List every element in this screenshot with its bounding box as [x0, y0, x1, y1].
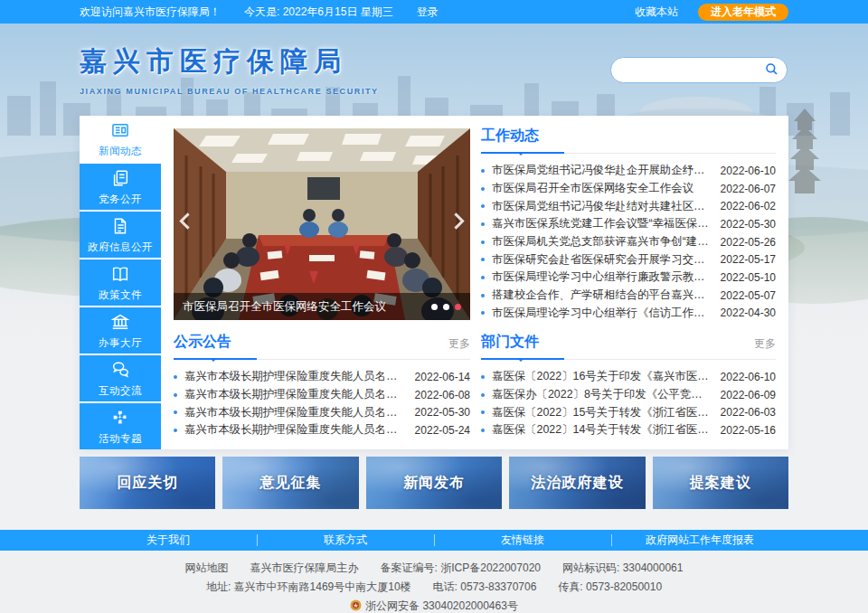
- site-title: 嘉兴市医疗保障局: [80, 43, 379, 80]
- news-item[interactable]: 嘉兴市本级长期护理保险重度失能人员名单公示（2...2022-06-14: [174, 368, 470, 386]
- search-input[interactable]: [624, 64, 764, 77]
- sitemap-link[interactable]: 网站地图: [185, 561, 229, 574]
- host-text: 嘉兴市医疗保障局主办: [250, 561, 359, 574]
- section-work-news: 工作动态 市医保局党组书记冯俊华赴企开展助企纾困活动2022-06-10 市医保…: [481, 127, 776, 322]
- carousel-dot-2[interactable]: [443, 304, 449, 310]
- news-link[interactable]: 嘉医保〔2022〕15号关于转发《浙江省医疗保...: [492, 405, 712, 420]
- news-item[interactable]: 市医保局党组书记冯俊华赴结对共建社区指导全国文...2022-06-02: [481, 197, 776, 215]
- carousel-dot-3[interactable]: [455, 304, 461, 310]
- footer-nav-about[interactable]: 关于我们: [80, 530, 257, 551]
- banner-proposals[interactable]: 提案建议: [653, 457, 788, 509]
- bullet-icon: [481, 393, 485, 397]
- site-code-text: 网站标识码: 3304000061: [562, 561, 683, 574]
- sidebar-item-interaction[interactable]: 互动交流: [80, 355, 161, 401]
- banner-label: 法治政府建设: [531, 474, 623, 493]
- section-header: 工作动态: [481, 127, 776, 154]
- news-item[interactable]: 市医保局召开全市医保网络安全工作会议2022-06-07: [481, 180, 776, 198]
- bullet-icon: [481, 294, 485, 297]
- news-link[interactable]: 搭建校企合作、产学研相结合的平台嘉兴市长期护理...: [492, 288, 712, 303]
- sidebar-item-label: 政府信息公开: [88, 240, 153, 254]
- news-item[interactable]: 嘉医保〔2022〕15号关于转发《浙江省医疗保...2022-06-03: [481, 403, 776, 421]
- news-date: 2022-05-30: [721, 218, 776, 231]
- news-link[interactable]: 嘉兴市本级长期护理保险重度失能人员名单公示（2...: [184, 369, 406, 384]
- sidebar-item-gov-info[interactable]: 政府信息公开: [80, 212, 161, 258]
- sidebar-item-policy-files[interactable]: 政策文件: [80, 259, 161, 306]
- footer-nav-links[interactable]: 友情链接: [434, 530, 611, 551]
- sidebar-item-label: 活动专题: [99, 432, 142, 446]
- section-notices: 公示公告 更多 嘉兴市本级长期护理保险重度失能人员名单公示（2...2022-0…: [174, 333, 470, 439]
- sidebar-item-party-affairs[interactable]: 党务公开: [80, 164, 161, 210]
- news-link[interactable]: 市医保局理论学习中心组举行《信访工作条例》专题...: [492, 306, 712, 321]
- news-link[interactable]: 市医保研究会赴省医保研究会开展学习交流活动: [492, 252, 712, 268]
- news-link[interactable]: 嘉兴市本级长期护理保险重度失能人员名单公示（2...: [184, 387, 406, 402]
- news-item[interactable]: 嘉兴市本级长期护理保险重度失能人员名单公示（2...2022-05-30: [174, 403, 470, 421]
- news-item[interactable]: 嘉医保〔2022〕14号关于转发《浙江省医疗保...2022-05-16: [481, 421, 776, 439]
- search-bar: [610, 57, 788, 83]
- news-item[interactable]: 市医保局党组书记冯俊华赴企开展助企纾困活动2022-06-10: [481, 162, 776, 180]
- news-carousel[interactable]: 市医保局召开全市医保网络安全工作会议: [174, 128, 470, 320]
- section-title: 工作动态: [481, 127, 539, 153]
- news-date: 2022-05-17: [721, 253, 776, 266]
- policy-file-icon: [110, 264, 130, 284]
- news-date: 2022-05-30: [415, 406, 470, 419]
- banner-opinion-collection[interactable]: 意见征集: [222, 457, 358, 509]
- bullet-icon: [481, 204, 485, 208]
- news-link[interactable]: 市医保局机关党总支部获评嘉兴市争创“建设清廉机...: [492, 234, 712, 250]
- carousel-caption[interactable]: 市医保局召开全市医保网络安全工作会议: [174, 293, 470, 320]
- bullet-icon: [174, 410, 177, 414]
- section-dept-files: 部门文件 更多 嘉医保〔2022〕16号关于印发《嘉兴市医疗保...2022-0…: [481, 333, 776, 439]
- news-item[interactable]: 市医保局机关党总支部获评嘉兴市争创“建设清廉机...2022-05-26: [481, 233, 776, 251]
- carousel-dot-1[interactable]: [431, 304, 438, 310]
- bullet-icon: [174, 393, 177, 397]
- party-affairs-icon: [110, 168, 130, 188]
- favorite-link[interactable]: 收藏本站: [635, 5, 678, 20]
- news-link[interactable]: 市医保局召开全市医保网络安全工作会议: [492, 181, 712, 196]
- news-item[interactable]: 市医保局理论学习中心组举行廉政警示教育专题学习...2022-05-10: [481, 269, 776, 287]
- top-bar: 欢迎访问嘉兴市医疗保障局！ 今天是: 2022年6月15日 星期三 登录 收藏本…: [0, 0, 868, 24]
- bullet-icon: [481, 410, 485, 414]
- news-link[interactable]: 市医保局理论学习中心组举行廉政警示教育专题学习...: [492, 269, 712, 285]
- bullet-icon: [481, 375, 485, 379]
- sidebar-item-service-hall[interactable]: 办事大厅: [80, 307, 161, 354]
- more-link[interactable]: 更多: [754, 336, 776, 359]
- news-link[interactable]: 嘉兴市医保系统党建工作会议暨“幸福医保”党建联...: [492, 216, 712, 231]
- search-button[interactable]: [764, 61, 779, 80]
- special-topic-icon: [110, 408, 130, 428]
- news-item[interactable]: 市医保研究会赴省医保研究会开展学习交流活动2022-05-17: [481, 250, 776, 269]
- news-date: 2022-06-03: [721, 406, 776, 419]
- more-link[interactable]: 更多: [448, 336, 470, 359]
- banner-respond-concerns[interactable]: 回应关切: [80, 457, 215, 509]
- news-item[interactable]: 搭建校企合作、产学研相结合的平台嘉兴市长期护理...2022-05-07: [481, 287, 776, 305]
- news-link[interactable]: 嘉兴市本级长期护理保险重度失能人员名单公示（2...: [184, 422, 406, 438]
- banner-law-government[interactable]: 法治政府建设: [509, 457, 645, 509]
- sidebar-item-news[interactable]: 新闻动态: [80, 116, 161, 162]
- news-link[interactable]: 市医保局党组书记冯俊华赴结对共建社区指导全国文...: [492, 199, 712, 214]
- news-link[interactable]: 嘉医保〔2022〕14号关于转发《浙江省医疗保...: [492, 422, 712, 438]
- news-item[interactable]: 嘉兴市本级长期护理保险重度失能人员名单公示（2...2022-06-08: [174, 386, 470, 404]
- bullet-icon: [481, 240, 485, 244]
- banner-news-release[interactable]: 新闻发布: [366, 457, 502, 509]
- elder-mode-button[interactable]: 进入老年模式: [698, 4, 788, 21]
- fax-text: 传真: 0573-82050010: [558, 580, 662, 593]
- today-date: 今天是: 2022年6月15日 星期三: [244, 5, 393, 20]
- news-item[interactable]: 嘉医保〔2022〕16号关于印发《嘉兴市医疗保...2022-06-10: [481, 368, 776, 386]
- news-item[interactable]: 嘉兴市医保系统党建工作会议暨“幸福医保”党建联...2022-05-30: [481, 215, 776, 233]
- gov-info-icon: [110, 216, 130, 236]
- news-item[interactable]: 市医保局理论学习中心组举行《信访工作条例》专题...2022-04-30: [481, 305, 776, 323]
- police-record-text: 浙公网安备 33040202000463号: [365, 599, 518, 612]
- news-link[interactable]: 嘉医保办〔2022〕8号关于印发《公平竞争审查...: [492, 387, 712, 402]
- news-item[interactable]: 嘉医保办〔2022〕8号关于印发《公平竞争审查...2022-06-09: [481, 386, 776, 404]
- banner-label: 新闻发布: [403, 474, 465, 493]
- news-date: 2022-06-09: [721, 389, 776, 401]
- banner-shortcuts: 回应关切 意见征集 新闻发布 法治政府建设 提案建议: [80, 457, 788, 509]
- sidebar-item-special-topics[interactable]: 活动专题: [80, 403, 161, 449]
- news-link[interactable]: 嘉医保〔2022〕16号关于印发《嘉兴市医疗保...: [492, 369, 712, 384]
- news-link[interactable]: 市医保局党组书记冯俊华赴企开展助企纾困活动: [492, 163, 712, 178]
- banner-label: 提案建议: [690, 474, 751, 493]
- news-link[interactable]: 嘉兴市本级长期护理保险重度失能人员名单公示（2...: [184, 405, 406, 420]
- news-item[interactable]: 嘉兴市本级长期护理保险重度失能人员名单公示（2...2022-05-24: [174, 421, 470, 439]
- news-date: 2022-06-10: [721, 371, 776, 383]
- footer-nav-annual-report[interactable]: 政府网站工作年度报表: [611, 530, 788, 551]
- footer-nav-contact[interactable]: 联系方式: [257, 530, 434, 551]
- login-link[interactable]: 登录: [417, 5, 439, 20]
